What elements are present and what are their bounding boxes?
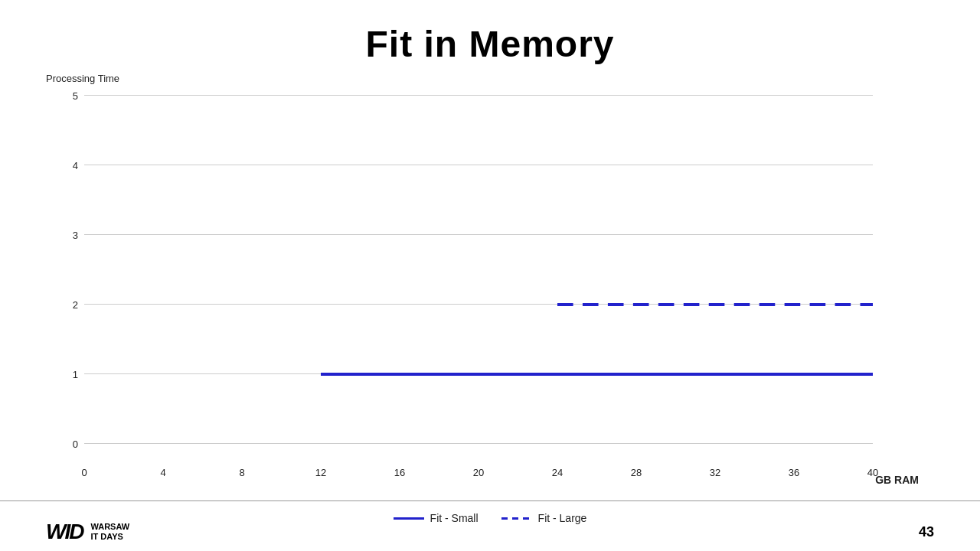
footer: WID WARSAW IT DAYS 43 (0, 513, 980, 551)
y-tick-label-2: 2 (73, 299, 78, 311)
y-tick-label-0: 0 (73, 439, 78, 450)
y-tick-label-4: 4 (73, 160, 78, 171)
y-tick-label-1: 1 (73, 369, 78, 380)
chart-container: Processing Time 012345 04812162024283236… (46, 84, 934, 474)
x-tick-label-16: 16 (394, 467, 405, 478)
logo-icon: WID (46, 520, 83, 544)
x-tick-label-36: 36 (789, 467, 799, 478)
x-axis-label: GB RAM (875, 474, 919, 486)
y-axis-label: Processing Time (46, 73, 119, 84)
logo-text-line2: IT DAYS (90, 532, 129, 542)
x-tick-label-8: 8 (239, 467, 244, 478)
y-tick-label-5: 5 (73, 90, 78, 102)
x-tick-label-12: 12 (315, 467, 326, 478)
x-tick-label-24: 24 (552, 467, 563, 478)
logo: WID WARSAW IT DAYS (46, 520, 129, 544)
page-title: Fit in Memory (0, 0, 980, 65)
logo-text-line1: WARSAW (90, 522, 129, 532)
legend-separator (0, 500, 980, 501)
chart-area: 012345 0481216202428323640 GB RAM (84, 96, 873, 444)
x-tick-label-28: 28 (631, 467, 642, 478)
y-tick-label-3: 3 (73, 230, 78, 241)
page-number: 43 (919, 524, 934, 540)
x-tick-label-20: 20 (473, 467, 484, 478)
logo-text: WARSAW IT DAYS (90, 522, 129, 542)
x-tick-label-0: 0 (81, 467, 87, 478)
x-tick-label-4: 4 (160, 467, 165, 478)
chart-svg (84, 96, 873, 444)
x-tick-label-32: 32 (710, 467, 720, 478)
